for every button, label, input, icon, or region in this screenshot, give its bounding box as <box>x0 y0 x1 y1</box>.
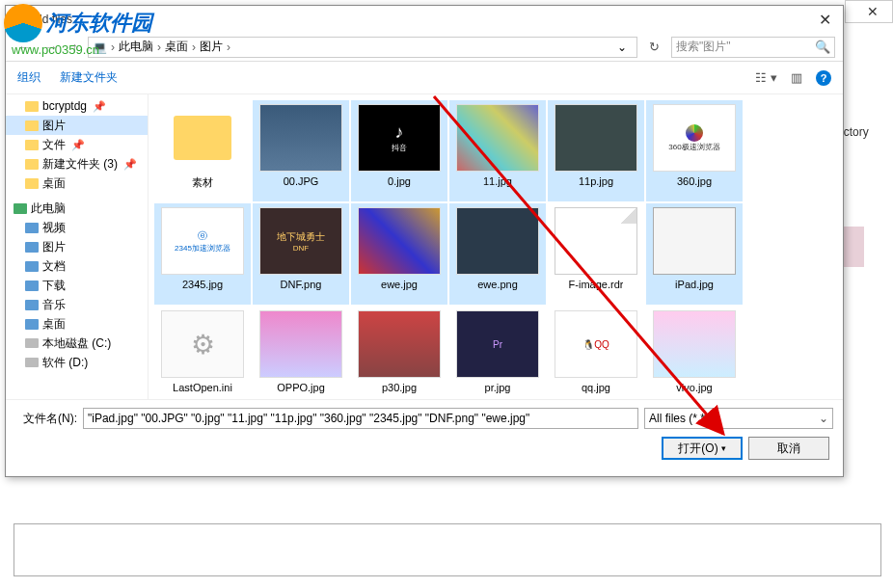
sidebar-label: bcryptdg <box>42 99 87 113</box>
folder-icon <box>25 319 39 330</box>
sidebar-item-10[interactable]: 音乐 <box>6 295 148 314</box>
sidebar-item-12[interactable]: 本地磁盘 (C:) <box>6 334 148 353</box>
file-item-ewe.jpg[interactable]: ewe.jpg <box>351 203 447 305</box>
file-item-11.jpg[interactable]: 11.jpg <box>449 100 546 201</box>
sidebar-label: 软件 (D:) <box>42 355 88 371</box>
file-label: 11p.jpg <box>579 175 613 187</box>
file-item-ewe.png[interactable]: ewe.png <box>449 203 546 305</box>
sidebar-item-0[interactable]: bcryptdg📌 <box>6 96 148 116</box>
file-item-qq.jpg[interactable]: 🐧QQqq.jpg <box>548 307 644 399</box>
sidebar-item-5[interactable]: 此电脑 <box>6 199 148 218</box>
back-icon[interactable]: ← <box>14 38 35 57</box>
file-item-LastOpen.ini[interactable]: ⚙LastOpen.ini <box>154 307 251 399</box>
breadcrumb[interactable]: 💻 › 此电脑 › 桌面 › 图片 › ⌄ <box>88 37 637 58</box>
sidebar-item-13[interactable]: 软件 (D:) <box>6 353 148 372</box>
nav-arrows: ← → ↑ <box>14 38 82 57</box>
file-item-F-image.rdr[interactable]: F-image.rdr <box>548 203 644 305</box>
sidebar-item-6[interactable]: 视频 <box>6 218 148 237</box>
sidebar-label: 桌面 <box>42 175 66 192</box>
sidebar-item-11[interactable]: 桌面 <box>6 314 148 334</box>
up-icon[interactable]: ↑ <box>68 38 82 57</box>
sidebar-item-7[interactable]: 图片 <box>6 237 148 256</box>
file-grid[interactable]: 素材00.JPG♪抖音0.jpg11.jpg11p.jpg360极速浏览器360… <box>149 94 843 399</box>
sidebar-item-4[interactable]: 桌面 <box>6 174 148 193</box>
file-item-素材[interactable]: 素材 <box>154 100 251 201</box>
cancel-button-label: 取消 <box>777 441 800 457</box>
crumb-desktop[interactable]: 桌面 <box>165 39 188 55</box>
pin-icon: 📌 <box>123 158 137 171</box>
forward-icon[interactable]: → <box>41 38 62 57</box>
file-item-00.JPG[interactable]: 00.JPG <box>253 100 349 201</box>
file-item-p30.jpg[interactable]: p30.jpg <box>351 307 447 399</box>
crumb-root[interactable]: 此电脑 <box>119 39 153 55</box>
search-input[interactable]: 搜索"图片" 🔍 <box>671 37 835 58</box>
chevron-down-icon: ⌄ <box>819 412 828 425</box>
file-open-dialog: ⬚ Add files ✕ ← → ↑ 💻 › 此电脑 › 桌面 › 图片 › … <box>5 5 844 477</box>
file-label: ewe.png <box>477 279 518 290</box>
folder-thumb <box>161 104 244 172</box>
filename-label: 文件名(N): <box>15 411 77 427</box>
refresh-icon[interactable]: ↻ <box>643 38 665 56</box>
file-item-0.jpg[interactable]: ♪抖音0.jpg <box>351 100 447 201</box>
bg-bottom-panel <box>14 523 881 576</box>
cancel-button[interactable]: 取消 <box>748 437 829 460</box>
preview-pane-button[interactable]: ▥ <box>791 70 802 85</box>
search-icon[interactable]: 🔍 <box>815 40 830 54</box>
file-label: p30.jpg <box>382 382 417 393</box>
nav-bar: ← → ↑ 💻 › 此电脑 › 桌面 › 图片 › ⌄ ↻ 搜索"图片" 🔍 <box>6 33 843 62</box>
open-button[interactable]: 打开(O) ▾ <box>662 437 743 460</box>
app-icon: ⬚ <box>14 13 24 26</box>
pin-icon: 📌 <box>71 139 85 151</box>
image-thumb <box>259 104 342 172</box>
folder-icon <box>25 281 39 291</box>
help-icon[interactable]: ? <box>816 70 831 86</box>
sidebar-label: 本地磁盘 (C:) <box>42 335 111 352</box>
filter-text: All files (*.*) <box>649 412 709 425</box>
file-label: iPad.jpg <box>675 279 714 290</box>
image-thumb <box>358 207 441 275</box>
file-item-2345.jpg[interactable]: ⓔ2345加速浏览器2345.jpg <box>154 203 251 305</box>
crumb-pictures[interactable]: 图片 <box>200 39 223 55</box>
pin-icon: 📌 <box>93 100 106 113</box>
search-placeholder: 搜索"图片" <box>676 39 731 55</box>
sidebar-label: 视频 <box>42 220 66 236</box>
file-label: qq.jpg <box>582 382 610 393</box>
dialog-body: bcryptdg📌图片文件📌新建文件夹 (3)📌桌面此电脑视频图片文档下载音乐桌… <box>6 94 843 399</box>
file-label: vivo.jpg <box>676 382 712 393</box>
file-label: pr.jpg <box>485 382 511 393</box>
sidebar-tree[interactable]: bcryptdg📌图片文件📌新建文件夹 (3)📌桌面此电脑视频图片文档下载音乐桌… <box>6 94 149 399</box>
file-item-360.jpg[interactable]: 360极速浏览器360.jpg <box>646 100 743 201</box>
file-item-iPad.jpg[interactable]: iPad.jpg <box>646 203 743 305</box>
folder-icon <box>25 358 39 367</box>
close-icon[interactable]: ✕ <box>810 11 839 29</box>
sidebar-item-2[interactable]: 文件📌 <box>6 135 148 154</box>
file-label: OPPO.jpg <box>277 382 325 393</box>
filename-input[interactable] <box>83 408 638 429</box>
open-split-icon[interactable]: ▾ <box>721 443 726 453</box>
sidebar-item-1[interactable]: 图片 <box>6 116 148 135</box>
sidebar-item-8[interactable]: 文档 <box>6 256 148 276</box>
bg-close-icon[interactable]: ✕ <box>853 4 892 19</box>
dialog-title: ⬚ Add files <box>14 13 72 26</box>
folder-icon <box>14 203 27 214</box>
file-item-11p.jpg[interactable]: 11p.jpg <box>548 100 644 201</box>
file-label: 2345.jpg <box>182 279 223 290</box>
organize-menu[interactable]: 组织 <box>17 69 41 86</box>
image-thumb <box>653 207 736 275</box>
image-thumb: ⚙ <box>161 310 244 378</box>
file-item-OPPO.jpg[interactable]: OPPO.jpg <box>253 307 349 399</box>
view-mode-button[interactable]: ☷ ▾ <box>755 70 777 85</box>
crumb-dropdown-icon[interactable]: ⌄ <box>617 40 627 54</box>
image-thumb <box>555 104 637 172</box>
folder-icon <box>25 338 39 348</box>
file-filter-select[interactable]: All files (*.*) ⌄ <box>644 408 833 429</box>
new-folder-button[interactable]: 新建文件夹 <box>60 69 118 86</box>
sidebar-item-9[interactable]: 下载 <box>6 276 148 295</box>
sidebar-item-3[interactable]: 新建文件夹 (3)📌 <box>6 154 148 174</box>
file-item-pr.jpg[interactable]: Prpr.jpg <box>449 307 546 399</box>
sidebar-label: 此电脑 <box>31 200 66 217</box>
image-thumb <box>456 104 539 172</box>
folder-icon <box>25 223 39 233</box>
file-item-vivo.jpg[interactable]: vivo.jpg <box>646 307 743 399</box>
file-item-DNF.png[interactable]: 地下城勇士DNFDNF.png <box>253 203 349 305</box>
